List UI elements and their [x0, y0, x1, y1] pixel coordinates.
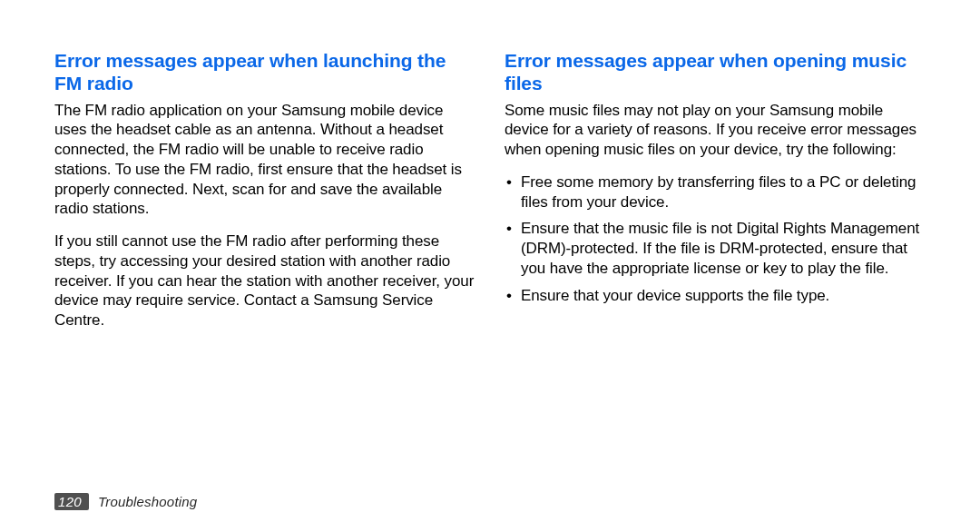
- music-files-heading: Error messages appear when opening music…: [505, 50, 926, 95]
- columns: Error messages appear when launching the…: [54, 50, 926, 343]
- page: Error messages appear when launching the…: [0, 0, 980, 532]
- bullet-item: Ensure that your device supports the fil…: [505, 286, 926, 306]
- bullet-item: Ensure that the music file is not Digita…: [505, 219, 926, 278]
- music-files-bullets: Free some memory by transferring files t…: [505, 172, 926, 306]
- music-files-intro: Some music files may not play on your Sa…: [505, 101, 926, 160]
- page-footer: 120 Troubleshooting: [54, 493, 197, 510]
- section-name: Troubleshooting: [98, 494, 197, 509]
- bullet-item: Free some memory by transferring files t…: [505, 172, 926, 212]
- page-number-badge: 120: [54, 493, 89, 510]
- fm-radio-paragraph-1: The FM radio application on your Samsung…: [54, 101, 475, 220]
- fm-radio-paragraph-2: If you still cannot use the FM radio aft…: [54, 232, 475, 330]
- right-column: Error messages appear when opening music…: [505, 50, 926, 343]
- left-column: Error messages appear when launching the…: [54, 50, 475, 343]
- fm-radio-heading: Error messages appear when launching the…: [54, 50, 475, 95]
